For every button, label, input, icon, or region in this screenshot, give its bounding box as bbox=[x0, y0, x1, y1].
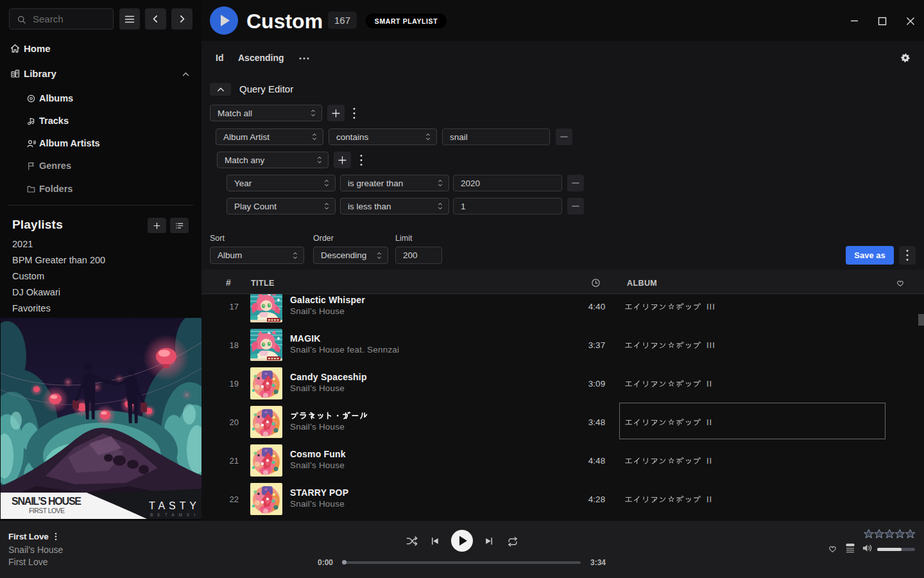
svg-text:SNAIL’S HOUSE: SNAIL’S HOUSE bbox=[12, 496, 81, 507]
svg-text:FIRST LOVE: FIRST LOVE bbox=[29, 507, 65, 514]
svg-text:BETAMXI: BETAMXI bbox=[150, 512, 195, 517]
